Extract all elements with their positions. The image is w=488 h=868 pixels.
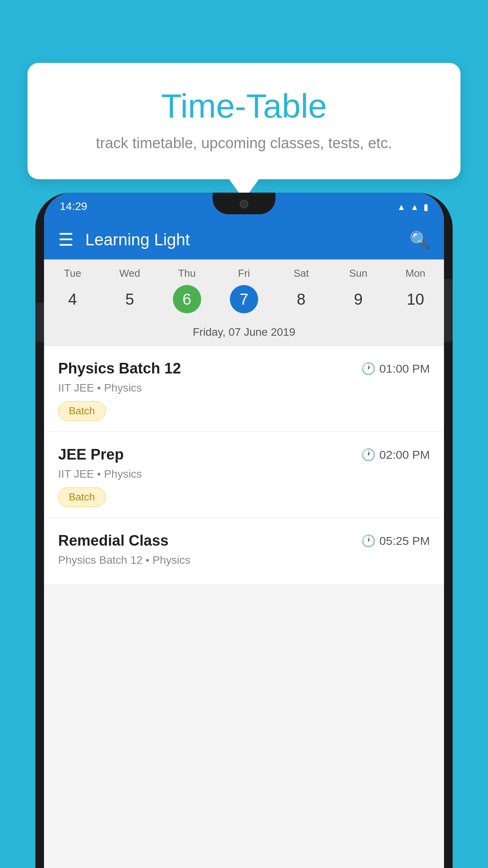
day-number[interactable]: 10 <box>401 285 429 313</box>
day-col-wed[interactable]: Wed5 <box>101 267 158 320</box>
day-name: Wed <box>119 267 140 280</box>
day-col-sat[interactable]: Sat8 <box>273 267 330 320</box>
day-name: Mon <box>405 267 426 280</box>
tooltip-title: Time-Table <box>59 86 429 125</box>
day-col-mon[interactable]: Mon10 <box>387 267 444 320</box>
schedule-title: Physics Batch 12 <box>58 360 181 377</box>
day-number[interactable]: 5 <box>116 285 144 313</box>
day-name: Thu <box>178 267 196 280</box>
front-camera <box>240 200 248 208</box>
menu-icon[interactable]: ☰ <box>58 231 73 248</box>
tooltip-card: Time-Table track timetable, upcoming cla… <box>28 63 460 179</box>
day-name: Sat <box>294 267 309 280</box>
status-bar: 14:29 <box>44 193 444 220</box>
schedule-time-text: 01:00 PM <box>380 362 430 375</box>
signal-icon <box>410 200 419 213</box>
clock-icon: 🕐 <box>361 362 376 375</box>
day-name: Tue <box>64 267 81 280</box>
schedule-item[interactable]: Remedial Class🕐05:25 PMPhysics Batch 12 … <box>44 518 444 585</box>
schedule-time-text: 02:00 PM <box>380 448 430 462</box>
notch <box>213 193 275 214</box>
schedule-item[interactable]: JEE Prep🕐02:00 PMIIT JEE • PhysicsBatch <box>44 432 444 518</box>
day-col-tue[interactable]: Tue4 <box>44 267 101 320</box>
day-name: Sun <box>349 267 367 280</box>
day-number[interactable]: 4 <box>59 285 87 313</box>
day-col-fri[interactable]: Fri7 <box>215 267 272 320</box>
schedule-item[interactable]: Physics Batch 12🕐01:00 PMIIT JEE • Physi… <box>44 346 444 432</box>
day-col-sun[interactable]: Sun9 <box>330 267 387 320</box>
search-icon[interactable]: 🔍 <box>409 230 430 250</box>
selected-date-label: Friday, 07 June 2019 <box>44 320 444 346</box>
status-icons <box>397 200 428 213</box>
day-number[interactable]: 9 <box>344 285 372 313</box>
app-bar: ☰ Learning Light 🔍 <box>44 220 444 259</box>
schedule-list: Physics Batch 12🕐01:00 PMIIT JEE • Physi… <box>44 346 444 585</box>
day-col-thu[interactable]: Thu6 <box>158 267 215 320</box>
day-number[interactable]: 8 <box>287 285 315 313</box>
batch-badge: Batch <box>58 401 106 421</box>
clock-icon: 🕐 <box>361 534 376 548</box>
schedule-title: Remedial Class <box>58 532 169 549</box>
wifi-icon <box>397 200 405 213</box>
schedule-subtitle: IIT JEE • Physics <box>58 382 430 394</box>
day-name: Fri <box>238 267 250 280</box>
volume-button <box>35 303 44 342</box>
battery-icon <box>424 200 428 213</box>
day-number[interactable]: 6 <box>173 285 201 313</box>
status-time: 14:29 <box>60 200 87 213</box>
schedule-time-text: 05:25 PM <box>380 534 430 548</box>
phone-frame: 14:29 ☰ Learning Light 🔍 Tue4Wed5Thu6Fri… <box>35 193 453 868</box>
schedule-subtitle: Physics Batch 12 • Physics <box>58 554 430 566</box>
tooltip-subtitle: track timetable, upcoming classes, tests… <box>59 135 429 152</box>
schedule-title: JEE Prep <box>58 446 124 463</box>
calendar-week: Tue4Wed5Thu6Fri7Sat8Sun9Mon10 <box>44 259 444 320</box>
app-title: Learning Light <box>85 230 398 249</box>
schedule-subtitle: IIT JEE • Physics <box>58 468 430 480</box>
power-button <box>444 279 453 342</box>
batch-badge: Batch <box>58 487 106 507</box>
clock-icon: 🕐 <box>361 448 376 462</box>
phone-screen: 14:29 ☰ Learning Light 🔍 Tue4Wed5Thu6Fri… <box>44 193 444 868</box>
day-number[interactable]: 7 <box>230 285 258 313</box>
